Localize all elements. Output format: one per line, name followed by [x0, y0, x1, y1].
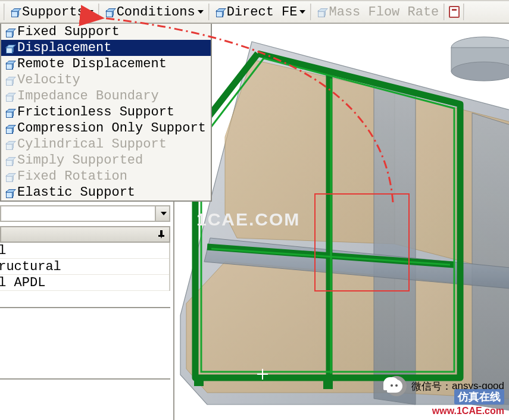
dd-fixed-rotation: Fixed Rotation — [1, 168, 211, 184]
toolbar-separator — [208, 4, 210, 20]
list-item-label: al — [0, 243, 6, 258]
dd-label: Displacement — [17, 40, 111, 55]
watermark: 1CAE.COM — [196, 209, 300, 230]
mass-flow-rate-button: Mass Flow Rate — [313, 3, 442, 21]
panel-header — [0, 226, 170, 243]
cube-icon — [8, 5, 21, 18]
toolbar-separator — [444, 4, 445, 20]
details-list: al tructural al APDL — [0, 243, 170, 291]
conditions-label: Conditions — [117, 5, 195, 20]
dd-label: Velocity — [17, 73, 80, 87]
cube-icon — [2, 106, 15, 119]
list-item-label: tructural — [0, 259, 61, 274]
toolbar-separator — [4, 4, 5, 20]
cube-icon — [2, 42, 15, 55]
annotation-rect — [314, 193, 410, 292]
dd-label: Remote Displacement — [17, 57, 167, 71]
dd-label: Compression Only Support — [17, 121, 206, 136]
chevron-down-icon — [161, 212, 167, 215]
supports-menu-button[interactable]: Supports — [7, 3, 97, 21]
dd-cylindrical-support: Cylindrical Support — [1, 136, 211, 152]
direct-fe-label: Direct FE — [227, 5, 298, 20]
dd-label: Fixed Rotation — [17, 169, 127, 184]
divider — [0, 307, 170, 308]
list-item[interactable]: tructural — [0, 259, 169, 275]
dd-label: Cylindrical Support — [17, 137, 167, 152]
dd-remote-displacement[interactable]: Remote Displacement — [1, 56, 211, 72]
toolbar-separator — [98, 4, 100, 20]
cube-icon — [213, 5, 226, 18]
mass-flow-label: Mass Flow Rate — [329, 5, 439, 20]
supports-label: Supports — [22, 5, 85, 20]
pin-icon[interactable] — [157, 230, 165, 239]
dd-label: Fixed Support — [17, 24, 120, 39]
cube-icon — [2, 186, 15, 199]
dd-label: Impedance Boundary — [17, 89, 159, 104]
dd-frictionless-support[interactable]: Frictionless Support — [1, 104, 211, 120]
dd-displacement[interactable]: Displacement — [1, 40, 211, 56]
svg-marker-6 — [472, 113, 509, 410]
dd-simply-supported: Simply Supported — [1, 152, 211, 168]
site-name-cn: 仿真在线 — [454, 389, 504, 405]
chevron-down-icon — [299, 10, 305, 14]
cube-icon — [2, 170, 15, 183]
cube-icon — [314, 5, 327, 18]
list-item[interactable]: al — [0, 243, 169, 259]
toolbar-separator — [463, 4, 465, 20]
divider — [0, 378, 170, 380]
wechat-icon — [386, 376, 407, 396]
dd-fixed-support[interactable]: Fixed Support — [1, 24, 211, 40]
document-button[interactable] — [446, 3, 462, 21]
combo-dropdown-button[interactable] — [155, 206, 169, 221]
cube-icon — [2, 58, 15, 71]
chevron-down-icon — [88, 10, 93, 14]
cube-icon — [2, 90, 15, 103]
list-item[interactable]: al APDL — [0, 275, 169, 291]
supports-dropdown: Fixed Support Displacement Remote Displa… — [0, 24, 212, 202]
svg-rect-16 — [323, 381, 333, 389]
dd-label: Simply Supported — [17, 153, 143, 168]
conditions-menu-button[interactable]: Conditions — [101, 3, 207, 21]
dd-elastic-support[interactable]: Elastic Support — [1, 184, 211, 200]
dd-label: Elastic Support — [17, 185, 135, 200]
cube-icon — [2, 138, 15, 151]
cube-icon — [2, 154, 15, 167]
site-url: www.1CAE.com — [432, 406, 504, 416]
dd-velocity: Velocity — [1, 72, 211, 88]
dd-label: Frictionless Support — [17, 105, 174, 120]
document-icon — [449, 6, 460, 18]
svg-point-14 — [451, 62, 509, 81]
combo-box[interactable] — [0, 205, 170, 222]
dd-impedance-boundary: Impedance Boundary — [1, 88, 211, 104]
svg-rect-15 — [194, 378, 204, 386]
cube-icon — [2, 26, 15, 39]
direct-fe-menu-button[interactable]: Direct FE — [211, 3, 310, 21]
chevron-down-icon — [198, 10, 204, 14]
cube-icon — [102, 5, 115, 18]
toolbar-separator — [310, 4, 312, 20]
list-item-label: al APDL — [0, 275, 45, 290]
dd-compression-only-support[interactable]: Compression Only Support — [1, 120, 211, 136]
cursor-crosshair — [257, 369, 268, 380]
site-badge: 仿真在线 www.1CAE.com — [432, 389, 504, 416]
cube-icon — [2, 122, 15, 135]
toolbar: Supports Conditions Direct FE Mass Flow … — [0, 0, 509, 24]
cube-icon — [2, 74, 15, 87]
